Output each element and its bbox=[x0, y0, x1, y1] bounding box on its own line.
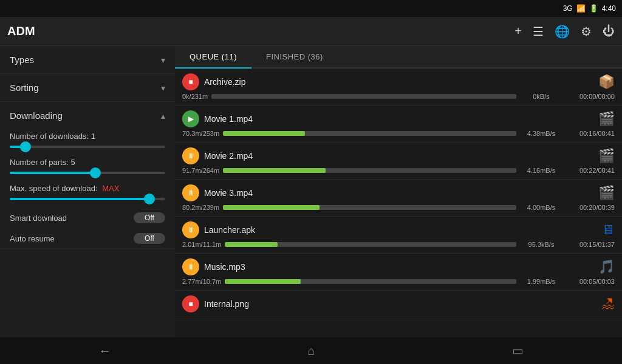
power-button[interactable]: ⏻ bbox=[603, 24, 615, 38]
download-speed: 4.00mB/s bbox=[520, 204, 562, 211]
file-type-icon: 🎬 bbox=[598, 111, 615, 127]
download-status-icon: ⏸ bbox=[182, 147, 199, 164]
download-item[interactable]: ⏸ Launcher.apk 🖥 2.01m/11.1m 95.3kB/s 00… bbox=[175, 217, 622, 254]
download-bottom: 2.01m/11.1m 95.3kB/s 00:15/01:37 bbox=[182, 241, 615, 248]
progress-bar bbox=[225, 279, 516, 284]
download-item[interactable]: ▶ Movie 1.mp4 🎬 70.3m/253m 4.38mB/s 00:1… bbox=[175, 106, 622, 143]
progress-bar bbox=[225, 242, 516, 247]
download-item[interactable]: ⏸ Movie 3.mp4 🎬 80.2m/239m 4.00mB/s 00:2… bbox=[175, 180, 622, 217]
tab-finished[interactable]: FINISHED (36) bbox=[251, 46, 338, 67]
sidebar-sorting-header[interactable]: Sorting ▾ bbox=[0, 74, 175, 101]
signal-icon: 📶 bbox=[576, 4, 586, 13]
settings-sliders-button[interactable]: ⚙ bbox=[581, 24, 592, 39]
download-progress-text: 70.3m/253m bbox=[182, 130, 219, 137]
download-time: 00:15/01:37 bbox=[566, 241, 615, 248]
num-parts-thumb[interactable] bbox=[90, 167, 101, 178]
smart-download-row: Smart download Off bbox=[0, 207, 175, 228]
download-name: Movie 2.mp4 bbox=[204, 151, 593, 161]
download-speed: 4.38mB/s bbox=[520, 130, 562, 137]
download-item[interactable]: ⏸ Music.mp3 🎵 2.77m/10.7m 1.99mB/s 00:05… bbox=[175, 254, 622, 291]
sidebar-downloading-header[interactable]: Downloading ▴ bbox=[0, 102, 175, 129]
download-status-icon: ▶ bbox=[182, 110, 199, 127]
file-type-icon: 🖥 bbox=[601, 222, 615, 238]
progress-bar bbox=[223, 168, 516, 173]
download-bottom: 91.7m/264m 4.16mB/s 00:22/00:41 bbox=[182, 167, 615, 174]
download-speed: 4.16mB/s bbox=[520, 167, 562, 174]
download-top: ■ Archive.zip 📦 bbox=[182, 73, 615, 90]
download-name: Archive.zip bbox=[204, 77, 593, 87]
download-name: Music.mp3 bbox=[204, 262, 593, 272]
download-list: ■ Archive.zip 📦 0k/231m 0kB/s 00:00/00:0… bbox=[175, 69, 622, 337]
chevron-down-icon: ▾ bbox=[161, 55, 165, 65]
download-time: 00:22/00:41 bbox=[566, 167, 615, 174]
sidebar-types-label: Types bbox=[10, 55, 34, 65]
max-speed-slider-container: Max. speed of download: MAX bbox=[0, 181, 175, 207]
download-bottom: 0k/231m 0kB/s 00:00/00:00 bbox=[182, 93, 615, 100]
tab-queue[interactable]: QUEUE (11) bbox=[175, 46, 251, 69]
progress-bar bbox=[211, 94, 516, 99]
download-time: 00:16/00:41 bbox=[566, 130, 615, 137]
download-speed: 1.99mB/s bbox=[520, 278, 562, 285]
smart-download-label: Smart download bbox=[10, 214, 67, 223]
download-top: ⏸ Movie 3.mp4 🎬 bbox=[182, 184, 615, 201]
bottom-nav: ← ⌂ ▭ bbox=[0, 337, 622, 364]
download-item[interactable]: ⏸ Movie 2.mp4 🎬 91.7m/264m 4.16mB/s 00:2… bbox=[175, 143, 622, 180]
download-item[interactable]: ■ Archive.zip 📦 0k/231m 0kB/s 00:00/00:0… bbox=[175, 69, 622, 106]
file-type-icon: 🏖 bbox=[601, 296, 615, 312]
max-speed-thumb[interactable] bbox=[144, 194, 155, 204]
back-button[interactable]: ← bbox=[98, 344, 111, 358]
tabs: QUEUE (11) FINISHED (36) bbox=[175, 46, 622, 69]
download-bottom: 80.2m/239m 4.00mB/s 00:20/00:39 bbox=[182, 204, 615, 211]
globe-button[interactable]: 🌐 bbox=[555, 24, 570, 39]
file-type-icon: 📦 bbox=[598, 74, 615, 90]
clock: 4:40 bbox=[602, 4, 616, 13]
sidebar-section-types: Types ▾ bbox=[0, 46, 175, 74]
home-button[interactable]: ⌂ bbox=[307, 344, 315, 358]
download-item[interactable]: ■ Internal.png 🏖 bbox=[175, 291, 622, 320]
auto-resume-row: Auto resume Off bbox=[0, 228, 175, 249]
auto-resume-label: Auto resume bbox=[10, 234, 55, 243]
add-button[interactable]: + bbox=[514, 24, 522, 38]
download-progress-text: 0k/231m bbox=[182, 93, 208, 100]
download-progress-text: 2.01m/11.1m bbox=[182, 241, 221, 248]
num-downloads-thumb[interactable] bbox=[20, 141, 31, 152]
num-parts-fill bbox=[10, 172, 95, 174]
network-indicator: 3G bbox=[563, 4, 573, 13]
sidebar: Types ▾ Sorting ▾ Downloading ▴ Number o… bbox=[0, 46, 175, 337]
download-speed: 95.3kB/s bbox=[520, 241, 562, 248]
max-speed-track bbox=[10, 198, 165, 200]
file-type-icon: 🎬 bbox=[598, 185, 615, 201]
chevron-up-icon: ▴ bbox=[161, 111, 165, 121]
main-layout: Types ▾ Sorting ▾ Downloading ▴ Number o… bbox=[0, 46, 622, 337]
download-bottom: 70.3m/253m 4.38mB/s 00:16/00:41 bbox=[182, 130, 615, 137]
sidebar-types-header[interactable]: Types ▾ bbox=[0, 46, 175, 73]
sidebar-section-downloading: Downloading ▴ Number of downloads: 1 Num… bbox=[0, 102, 175, 249]
app-title: ADM bbox=[7, 24, 514, 38]
progress-bar bbox=[223, 205, 516, 210]
sidebar-downloading-label: Downloading bbox=[10, 110, 63, 121]
battery-icon: 🔋 bbox=[589, 4, 598, 13]
file-type-icon: 🎵 bbox=[598, 259, 615, 275]
toolbar: ADM + ☰ 🌐 ⚙ ⏻ bbox=[0, 17, 622, 46]
max-speed-fill bbox=[10, 198, 149, 200]
download-top: ⏸ Launcher.apk 🖥 bbox=[182, 221, 615, 238]
num-parts-label: Number of parts: 5 bbox=[10, 158, 165, 167]
download-name: Internal.png bbox=[204, 299, 596, 309]
download-status-icon: ■ bbox=[182, 295, 199, 312]
file-type-icon: 🎬 bbox=[598, 148, 615, 164]
download-time: 00:00/00:00 bbox=[566, 93, 615, 100]
download-time: 00:05/00:03 bbox=[566, 278, 615, 285]
num-parts-track bbox=[10, 172, 165, 174]
toolbar-icons: + ☰ 🌐 ⚙ ⏻ bbox=[514, 24, 615, 39]
download-status-icon: ⏸ bbox=[182, 184, 199, 201]
download-speed: 0kB/s bbox=[520, 93, 562, 100]
download-bottom: 2.77m/10.7m 1.99mB/s 00:05/00:03 bbox=[182, 278, 615, 285]
download-progress-text: 91.7m/264m bbox=[182, 167, 219, 174]
num-downloads-track bbox=[10, 146, 165, 148]
download-progress-text: 80.2m/239m bbox=[182, 204, 219, 211]
smart-download-toggle[interactable]: Off bbox=[134, 212, 165, 223]
download-status-icon: ■ bbox=[182, 73, 199, 90]
recents-button[interactable]: ▭ bbox=[512, 343, 524, 358]
menu-button[interactable]: ☰ bbox=[533, 24, 544, 39]
auto-resume-toggle[interactable]: Off bbox=[134, 233, 165, 244]
